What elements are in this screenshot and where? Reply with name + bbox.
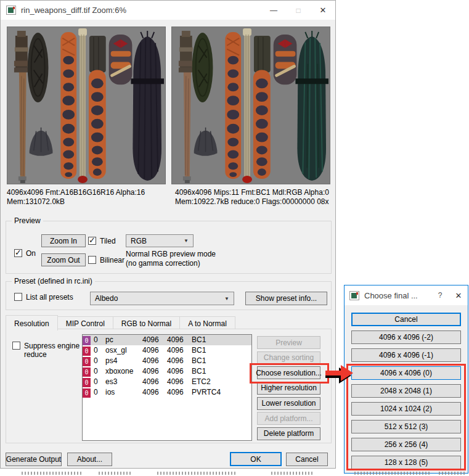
help-button[interactable]: ? <box>431 286 449 305</box>
platform-row-ios[interactable]: 0 0 ios 4096 4096 PVRTC4 <box>83 387 251 398</box>
maximize-button[interactable]: □ <box>286 1 311 20</box>
texture-atlas-art-left <box>7 27 165 184</box>
popup-cancel-button[interactable]: Cancel <box>351 313 461 326</box>
annotation-arrow <box>325 360 355 386</box>
platform-format: BC1 <box>192 335 251 345</box>
resolution-option-4096-0[interactable]: 4096 x 4096 (0) <box>351 366 461 380</box>
platform-name: osx_gl <box>105 345 142 356</box>
resolution-option-256-4[interactable]: 256 x 256 (4) <box>351 438 461 451</box>
generate-output-button[interactable]: Generate Output <box>6 453 62 466</box>
platform-name: ps4 <box>105 356 142 366</box>
clipped-background-text <box>157 472 237 475</box>
preview-mode-select[interactable]: RGB <box>126 234 194 247</box>
app-icon <box>6 6 16 15</box>
preview-group-label: Preview <box>12 216 43 225</box>
ok-button[interactable]: OK <box>230 452 282 466</box>
clipped-background-text <box>99 472 133 475</box>
platform-height: 4096 <box>167 345 192 356</box>
reduce-badge: 0 <box>83 347 91 356</box>
clipped-background-text <box>271 472 314 475</box>
app-icon <box>349 291 359 300</box>
platform-name: es3 <box>105 377 142 387</box>
platform-row-ps4[interactable]: 0 0 ps4 4096 4096 BC1 <box>83 356 251 366</box>
zoom-in-button[interactable]: Zoom In <box>41 234 86 247</box>
checkbox-label: Suppress engine reduce <box>24 342 81 359</box>
checkbox-box <box>88 256 96 264</box>
checkbox-box <box>14 293 22 301</box>
zoom-out-button[interactable]: Zoom Out <box>41 253 86 266</box>
resolution-option-128-5[interactable]: 128 x 128 (5) <box>351 456 461 469</box>
preview-on-checkbox[interactable]: On <box>14 249 36 258</box>
info-line: Mem:10922.7kB reduce:0 Flags:00000000 08… <box>175 197 329 207</box>
minimize-button[interactable]: — <box>261 1 286 20</box>
reduce-value: 0 <box>91 335 105 345</box>
converted-image-info: 4096x4096 Mips:11 Fmt:BC1 Mdl:RGB Alpha:… <box>175 188 329 207</box>
checkbox-label: List all presets <box>26 293 73 302</box>
platform-height: 4096 <box>167 377 192 387</box>
platform-row-es3[interactable]: 0 0 es3 4096 4096 ETC2 <box>83 377 251 387</box>
platform-row-osx-gl[interactable]: 0 0 osx_gl 4096 4096 BC1 <box>83 345 251 356</box>
platform-width: 4096 <box>142 356 167 366</box>
platform-format: BC1 <box>192 345 251 356</box>
reduce-value: 0 <box>91 377 105 387</box>
popup-close-button[interactable]: ✕ <box>449 286 468 305</box>
delete-platform-button[interactable]: Delete platform <box>257 427 320 440</box>
platform-height: 4096 <box>167 387 192 398</box>
preset-group-label: Preset (defined in rc.ini) <box>12 277 95 285</box>
resolution-option-512-3[interactable]: 512 x 512 (3) <box>351 420 461 433</box>
platform-row-pc[interactable]: 0 0 pc 4096 4096 BC1 <box>83 335 251 345</box>
platform-format: PVRTC4 <box>192 387 251 398</box>
choose-resolution-button[interactable]: Choose resolution... <box>257 366 320 379</box>
platform-width: 4096 <box>142 335 167 345</box>
higher-resolution-button[interactable]: Higher resolution <box>257 382 320 395</box>
popup-titlebar[interactable]: Choose final ... ? ✕ <box>345 285 468 305</box>
list-all-presets-checkbox[interactable]: List all presets <box>14 293 73 302</box>
platform-width: 4096 <box>142 377 167 387</box>
platform-format: BC1 <box>192 366 251 377</box>
platform-row-xboxone[interactable]: 0 0 xboxone 4096 4096 BC1 <box>83 366 251 377</box>
suppress-engine-reduce-checkbox[interactable]: Suppress engine reduce <box>12 342 81 359</box>
platform-height: 4096 <box>167 356 192 366</box>
resolution-option-1024-2[interactable]: 1024 x 1024 (2) <box>351 402 461 416</box>
close-button[interactable]: ✕ <box>311 1 335 20</box>
choose-final-resolution-dialog: Choose final ... ? ✕ Cancel 4096 x 4096 … <box>344 285 468 474</box>
texture-preview-original <box>7 27 166 184</box>
resolution-option-4096-m2[interactable]: 4096 x 4096 (-2) <box>351 330 461 344</box>
reduce-badge: 0 <box>83 336 91 345</box>
show-preset-info-button[interactable]: Show preset info... <box>245 292 327 305</box>
desc-line: (no gamma correction) <box>126 259 216 268</box>
original-image-info: 4096x4096 Fmt:A16B16G16R16 Alpha:16 Mem:… <box>7 188 145 207</box>
reduce-badge: 0 <box>83 378 91 387</box>
checkbox-box <box>14 249 22 257</box>
clipped-background-text <box>439 472 467 475</box>
info-line: 4096x4096 Fmt:A16B16G16R16 Alpha:16 <box>7 188 145 197</box>
resolution-option-2048-1[interactable]: 2048 x 2048 (1) <box>351 384 461 398</box>
platform-name: ios <box>105 387 142 398</box>
about-button[interactable]: About... <box>67 453 112 466</box>
platform-list[interactable]: 0 0 pc 4096 4096 BC1 0 0 osx_gl 4096 409… <box>82 334 252 441</box>
popup-title: Choose final ... <box>364 291 418 300</box>
platform-width: 4096 <box>142 345 167 356</box>
texture-atlas-art-right <box>172 27 330 184</box>
add-platform-button: Add platform... <box>257 412 320 425</box>
preset-select[interactable]: Albedo <box>90 292 234 305</box>
clipped-background-text <box>22 472 83 475</box>
resolution-tab-panel: Suppress engine reduce 0 0 pc 4096 4096 … <box>6 329 332 443</box>
titlebar[interactable]: rin_weapons_diff.tif Zoom:6% — □ ✕ <box>1 1 335 20</box>
preview-group: Preview On Zoom In Zoom Out Tiled Biline… <box>6 221 332 274</box>
resolution-option-4096-m1[interactable]: 4096 x 4096 (-1) <box>351 348 461 362</box>
desc-line: Normal RGB preview mode <box>126 250 216 259</box>
reduce-badge: 0 <box>83 388 91 398</box>
bilinear-checkbox[interactable]: Bilinear <box>88 256 124 265</box>
tab-resolution[interactable]: Resolution <box>6 315 58 330</box>
preview-button: Preview <box>257 336 320 349</box>
texture-preview-converted <box>171 27 330 184</box>
platform-width: 4096 <box>142 366 167 377</box>
lower-resolution-button[interactable]: Lower resolution <box>257 397 320 410</box>
cancel-button[interactable]: Cancel <box>286 453 328 466</box>
tiled-checkbox[interactable]: Tiled <box>88 237 116 245</box>
clipped-background-text <box>354 472 431 475</box>
checkbox-label: Tiled <box>100 237 116 245</box>
reduce-value: 0 <box>91 356 105 366</box>
platform-width: 4096 <box>142 387 167 398</box>
